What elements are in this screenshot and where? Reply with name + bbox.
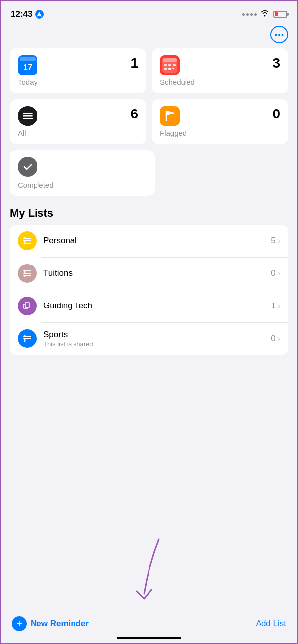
svg-rect-4 — [20, 57, 36, 61]
time-display: 12:43 — [11, 9, 32, 19]
sports-count: 0 — [271, 334, 275, 343]
svg-point-25 — [24, 242, 26, 244]
scheduled-card[interactable]: • • • 3 Scheduled — [152, 48, 288, 93]
svg-rect-18 — [23, 118, 33, 119]
personal-right: 5 › — [271, 236, 280, 246]
personal-icon — [18, 231, 37, 250]
plus-icon: + — [12, 616, 27, 631]
scheduled-count: 3 — [272, 55, 280, 71]
svg-text:17: 17 — [23, 63, 32, 72]
sports-name: Sports — [43, 330, 271, 340]
svg-point-31 — [24, 275, 26, 277]
today-card[interactable]: 17 1 Today — [10, 48, 146, 93]
svg-rect-10 — [164, 64, 167, 66]
status-right — [242, 10, 287, 19]
guiding-tech-chevron: › — [278, 302, 280, 310]
status-time: 12:43 — [11, 9, 44, 19]
svg-point-30 — [24, 272, 26, 274]
list-item-sports[interactable]: Sports This list is shared 0 › — [10, 322, 288, 355]
status-bar: 12:43 — [1, 1, 297, 26]
svg-rect-11 — [168, 64, 171, 66]
list-item-personal[interactable]: Personal 5 › — [10, 225, 288, 257]
completed-icon — [18, 157, 37, 177]
sports-subtitle: This list is shared — [43, 341, 271, 348]
battery-icon — [273, 11, 287, 18]
flagged-card[interactable]: 0 Flagged — [152, 99, 288, 144]
flagged-label: Flagged — [160, 129, 280, 137]
cards-grid: 17 1 Today • • • 3 — [1, 48, 297, 144]
guiding-tech-text: Guiding Tech — [43, 301, 271, 311]
tuitions-count: 0 — [271, 268, 275, 278]
flagged-icon — [160, 106, 180, 126]
tuitions-chevron: › — [278, 269, 280, 278]
guiding-tech-count: 1 — [271, 301, 275, 311]
svg-point-1 — [278, 34, 280, 36]
today-label: Today — [18, 78, 138, 86]
tuitions-name: Tuitions — [43, 268, 271, 278]
svg-rect-14 — [168, 68, 171, 70]
guiding-tech-name: Guiding Tech — [43, 301, 271, 311]
guiding-tech-right: 1 › — [271, 301, 280, 311]
lists-container: Personal 5 › Tuitions 0 › — [10, 225, 288, 355]
svg-point-24 — [24, 240, 26, 242]
svg-point-0 — [275, 34, 277, 36]
arrow-annotation — [119, 534, 179, 604]
tuitions-text: Tuitions — [43, 268, 271, 278]
svg-point-37 — [24, 340, 26, 342]
personal-chevron: › — [278, 236, 280, 245]
new-reminder-label: New Reminder — [31, 619, 89, 629]
list-item-guiding-tech[interactable]: Guiding Tech 1 › — [10, 290, 288, 322]
personal-name: Personal — [43, 236, 271, 246]
add-list-button[interactable]: Add List — [256, 619, 286, 629]
new-reminder-button[interactable]: + New Reminder — [12, 616, 89, 631]
guiding-tech-icon — [18, 297, 37, 315]
wifi-icon — [261, 10, 269, 19]
list-item-tuitions[interactable]: Tuitions 0 › — [10, 257, 288, 290]
today-icon: 17 — [18, 55, 37, 75]
completed-card[interactable]: Completed — [10, 150, 155, 196]
svg-point-35 — [24, 335, 26, 337]
my-lists-header: My Lists — [1, 207, 297, 220]
svg-point-29 — [24, 270, 26, 272]
svg-rect-17 — [23, 115, 33, 117]
flagged-count: 0 — [272, 106, 280, 122]
location-icon — [35, 10, 44, 19]
svg-rect-19 — [160, 106, 180, 126]
all-count: 6 — [130, 106, 138, 122]
all-label: All — [18, 129, 138, 137]
sports-icon — [18, 329, 37, 348]
sports-right: 0 › — [271, 334, 280, 343]
personal-count: 5 — [271, 236, 275, 246]
signal-icon — [242, 13, 257, 16]
more-btn-container — [1, 26, 297, 48]
sports-text: Sports This list is shared — [43, 330, 271, 348]
svg-point-2 — [282, 34, 284, 36]
home-indicator — [117, 637, 181, 639]
scheduled-label: Scheduled — [160, 78, 280, 86]
svg-rect-8 — [163, 58, 177, 62]
more-button[interactable] — [270, 26, 288, 43]
svg-rect-13 — [164, 68, 167, 70]
today-count: 1 — [130, 55, 138, 71]
svg-point-36 — [24, 338, 26, 340]
scheduled-icon: • • • — [160, 55, 180, 75]
completed-label: Completed — [18, 181, 147, 189]
svg-rect-12 — [173, 64, 176, 66]
personal-text: Personal — [43, 236, 271, 246]
tuitions-right: 0 › — [271, 268, 280, 278]
svg-rect-16 — [23, 113, 33, 114]
tuitions-icon — [18, 264, 37, 283]
all-icon — [18, 106, 37, 126]
sports-chevron: › — [278, 334, 280, 343]
svg-point-23 — [24, 237, 26, 239]
all-card[interactable]: 6 All — [10, 99, 146, 144]
